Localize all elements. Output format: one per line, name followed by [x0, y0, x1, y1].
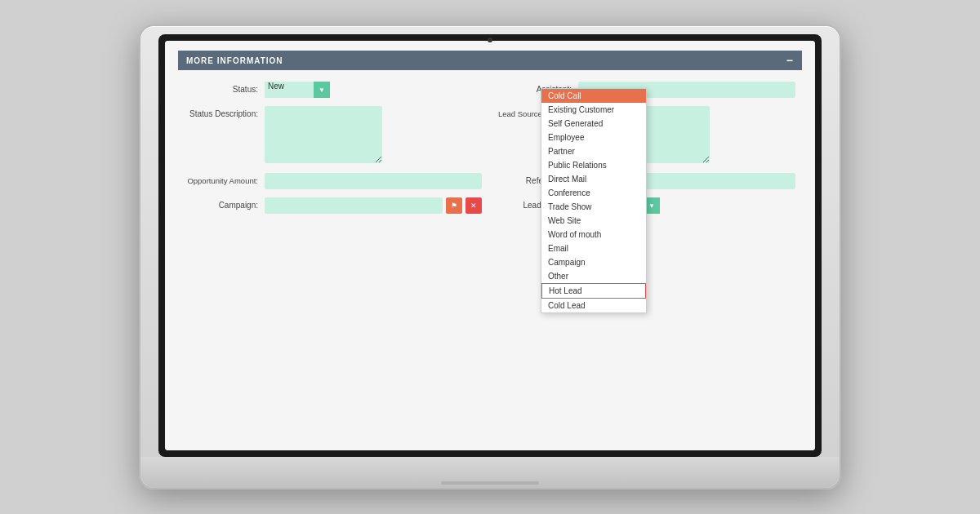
dropdown-item[interactable]: Cold Call	[541, 89, 646, 103]
collapse-button[interactable]: −	[786, 55, 794, 66]
campaign-row: Campaign: ⚑ ✕	[185, 197, 482, 214]
dropdown-item[interactable]: Campaign	[541, 255, 646, 269]
dropdown-item[interactable]: Web Site	[541, 214, 646, 228]
dropdown-item[interactable]: Partner	[541, 144, 646, 158]
dropdown-item[interactable]: Conference	[541, 186, 646, 200]
status-desc-input[interactable]	[265, 106, 382, 163]
dropdown-item[interactable]: Employee	[541, 131, 646, 144]
close-icon: ✕	[470, 202, 477, 210]
dropdown-item[interactable]: Trade Show	[541, 200, 646, 214]
campaign-clear-button[interactable]: ✕	[466, 197, 482, 214]
dropdown-item[interactable]: Hot Lead	[541, 283, 646, 299]
campaign-select-button[interactable]: ⚑	[446, 197, 462, 214]
dropdown-item[interactable]: Word of mouth	[541, 228, 646, 241]
form-body: Status: New ▼ Status Description:	[178, 82, 802, 214]
section-header: MORE INFORMATION −	[178, 51, 802, 70]
opportunity-label: Opportunity Amount:	[185, 173, 258, 185]
dropdown-item[interactable]: Other	[541, 269, 646, 283]
dropdown-item[interactable]: Self Generated	[541, 117, 646, 131]
form-container: MORE INFORMATION − Status: New ▼	[165, 41, 815, 450]
opportunity-input[interactable]	[265, 173, 482, 189]
laptop-vent	[441, 481, 539, 485]
status-desc-row: Status Description:	[185, 106, 482, 165]
dropdown-item[interactable]: Existing Customer	[541, 103, 646, 117]
lead-source-dropdown: Cold CallExisting CustomerSelf Generated…	[541, 88, 647, 313]
opportunity-row: Opportunity Amount:	[185, 173, 482, 189]
dropdown-item[interactable]: Public Relations	[541, 158, 646, 172]
status-arrow-icon[interactable]: ▼	[314, 82, 330, 98]
dropdown-item[interactable]: Email	[541, 241, 646, 255]
campaign-label: Campaign:	[185, 197, 258, 210]
dropdown-item[interactable]: Direct Mail	[541, 172, 646, 186]
campaign-input[interactable]	[265, 197, 443, 214]
bookmark-icon: ⚑	[451, 202, 457, 210]
left-column: Status: New ▼ Status Description:	[185, 82, 482, 214]
dropdown-item[interactable]: Cold Lead	[541, 299, 646, 312]
laptop-camera	[488, 38, 492, 42]
status-select-wrap: New ▼	[265, 82, 330, 98]
section-title: MORE INFORMATION	[186, 56, 283, 65]
status-label: Status:	[185, 82, 258, 94]
laptop-base	[140, 457, 840, 488]
status-row: Status: New ▼	[185, 82, 482, 98]
status-select[interactable]: New	[265, 82, 314, 98]
status-desc-label: Status Description:	[185, 106, 258, 118]
